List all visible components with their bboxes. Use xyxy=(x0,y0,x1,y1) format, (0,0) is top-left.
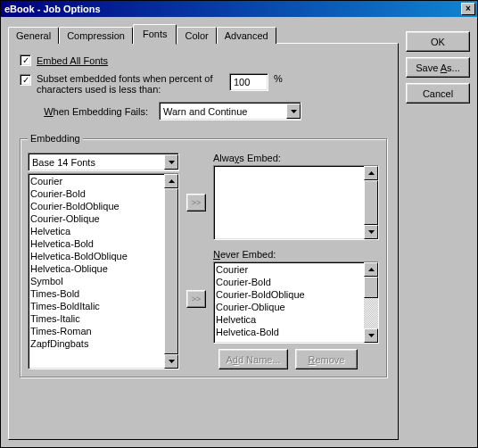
when-fails-label: When Embedding Fails: xyxy=(20,106,153,117)
font-source-select[interactable]: Base 14 Fonts xyxy=(28,153,179,171)
embedding-legend: Embedding xyxy=(28,133,83,144)
percent-sign: % xyxy=(274,73,283,84)
close-button[interactable]: × xyxy=(461,3,475,15)
list-item[interactable]: Courier-BoldOblique xyxy=(30,200,162,212)
scroll-down-icon[interactable] xyxy=(364,225,378,239)
target-column: Always Embed: xyxy=(213,153,379,369)
main-area: General Compression Fonts Color Advanced… xyxy=(8,24,399,440)
svg-marker-5 xyxy=(368,230,375,234)
tab-strip: General Compression Fonts Color Advanced xyxy=(8,24,399,43)
list-item[interactable]: Helvetica-BoldOblique xyxy=(30,250,162,262)
source-column: Base 14 Fonts CourierCourier-BoldCourier… xyxy=(28,153,179,369)
list-item[interactable]: ZapfDingbats xyxy=(30,337,162,350)
list-item[interactable]: Courier xyxy=(216,263,362,276)
list-item[interactable]: Times-Roman xyxy=(30,325,162,337)
scrollbar[interactable] xyxy=(164,174,178,369)
scroll-down-icon[interactable] xyxy=(364,328,378,343)
svg-marker-6 xyxy=(368,268,375,271)
never-embed-list[interactable]: CourierCourier-BoldCourier-BoldObliqueCo… xyxy=(213,261,379,344)
subset-checkbox[interactable]: ✓ xyxy=(20,74,31,86)
subset-label: Subset embedded fonts when percent of ch… xyxy=(37,73,224,95)
chevron-down-icon xyxy=(164,154,178,170)
list-item[interactable]: Times-Bold xyxy=(30,287,162,300)
when-fails-value: Warn and Continue xyxy=(160,106,286,117)
tab-fonts[interactable]: Fonts xyxy=(133,24,177,45)
close-icon: × xyxy=(466,4,471,13)
arrow-column: >> >> xyxy=(186,153,206,369)
list-item[interactable]: Courier-Bold xyxy=(30,187,162,200)
svg-marker-1 xyxy=(169,161,175,164)
add-to-never-button[interactable]: >> xyxy=(186,290,206,308)
list-action-buttons: Add Name... Remove xyxy=(213,349,379,369)
always-embed-label: Always Embed: xyxy=(213,153,379,163)
ok-button[interactable]: OK xyxy=(406,31,470,52)
list-item[interactable]: Helvetica-Bold xyxy=(30,237,162,250)
list-item[interactable]: Times-Italic xyxy=(30,312,162,325)
save-as-button[interactable]: Save As... xyxy=(406,57,470,78)
list-item[interactable]: Courier-BoldOblique xyxy=(216,288,362,301)
list-item[interactable]: Times-BoldItalic xyxy=(30,300,162,312)
svg-marker-4 xyxy=(368,171,375,175)
scrollbar[interactable] xyxy=(364,166,378,239)
never-embed-label: Never Embed: xyxy=(213,249,379,260)
embedding-group: Embedding Base 14 Fonts xyxy=(20,133,387,377)
tab-color[interactable]: Color xyxy=(177,27,216,44)
scroll-thumb[interactable] xyxy=(364,180,378,225)
font-source-value: Base 14 Fonts xyxy=(29,157,164,168)
scroll-up-icon[interactable] xyxy=(364,262,378,277)
always-embed-list[interactable] xyxy=(213,165,379,240)
always-embed-items xyxy=(214,166,364,239)
svg-marker-0 xyxy=(291,110,297,113)
dialog-window: eBook - Job Options × General Compressio… xyxy=(0,0,478,448)
fonts-panel: ✓ Embed All Fonts ✓ Subset embedded font… xyxy=(8,43,399,440)
cancel-button[interactable]: Cancel xyxy=(406,83,470,104)
list-item[interactable]: Courier-Oblique xyxy=(30,212,162,225)
svg-marker-7 xyxy=(368,334,375,337)
scroll-thumb[interactable] xyxy=(164,188,178,354)
available-fonts-list[interactable]: CourierCourier-BoldCourier-BoldObliqueCo… xyxy=(28,173,179,369)
list-item[interactable]: Courier xyxy=(30,175,162,187)
tab-advanced[interactable]: Advanced xyxy=(217,27,276,44)
tab-general[interactable]: General xyxy=(8,27,59,44)
never-embed-items: CourierCourier-BoldCourier-BoldObliqueCo… xyxy=(214,262,364,343)
list-item[interactable]: Helvetica xyxy=(30,225,162,237)
dialog-buttons: OK Save As... Cancel xyxy=(406,24,470,440)
scroll-thumb[interactable] xyxy=(364,277,378,298)
list-item[interactable]: Symbol xyxy=(30,275,162,287)
add-to-always-button[interactable]: >> xyxy=(186,194,206,212)
embed-all-checkbox[interactable]: ✓ xyxy=(20,54,31,66)
chevron-down-icon xyxy=(286,104,301,119)
list-item[interactable]: Helvetica-Oblique xyxy=(30,262,162,275)
svg-marker-2 xyxy=(169,179,175,183)
embed-all-label: Embed All Fonts xyxy=(37,55,108,66)
remove-button[interactable]: Remove xyxy=(295,349,358,369)
add-name-button[interactable]: Add Name... xyxy=(218,349,288,369)
when-fails-select[interactable]: Warn and Continue xyxy=(159,102,301,120)
list-item[interactable]: Courier-Bold xyxy=(216,276,362,288)
embedding-columns: Base 14 Fonts CourierCourier-BoldCourier… xyxy=(28,153,379,369)
embed-all-row: ✓ Embed All Fonts xyxy=(20,54,387,66)
scroll-up-icon[interactable] xyxy=(164,174,178,188)
list-item[interactable]: Helvetica-Bold xyxy=(216,326,362,338)
tab-compression[interactable]: Compression xyxy=(59,27,133,44)
window-title: eBook - Job Options xyxy=(3,4,461,14)
subset-percent-input[interactable] xyxy=(229,73,268,91)
list-item[interactable]: Helvetica xyxy=(216,313,362,326)
scroll-up-icon[interactable] xyxy=(364,166,378,180)
scrollbar[interactable] xyxy=(364,262,378,343)
subset-row: ✓ Subset embedded fonts when percent of … xyxy=(20,73,387,95)
when-fails-row: When Embedding Fails: Warn and Continue xyxy=(20,102,387,120)
svg-marker-3 xyxy=(169,360,175,363)
scroll-down-icon[interactable] xyxy=(164,354,178,369)
titlebar: eBook - Job Options × xyxy=(1,1,477,17)
available-fonts-items: CourierCourier-BoldCourier-BoldObliqueCo… xyxy=(29,174,164,369)
list-item[interactable]: Courier-Oblique xyxy=(216,301,362,313)
client-area: General Compression Fonts Color Advanced… xyxy=(1,17,477,447)
